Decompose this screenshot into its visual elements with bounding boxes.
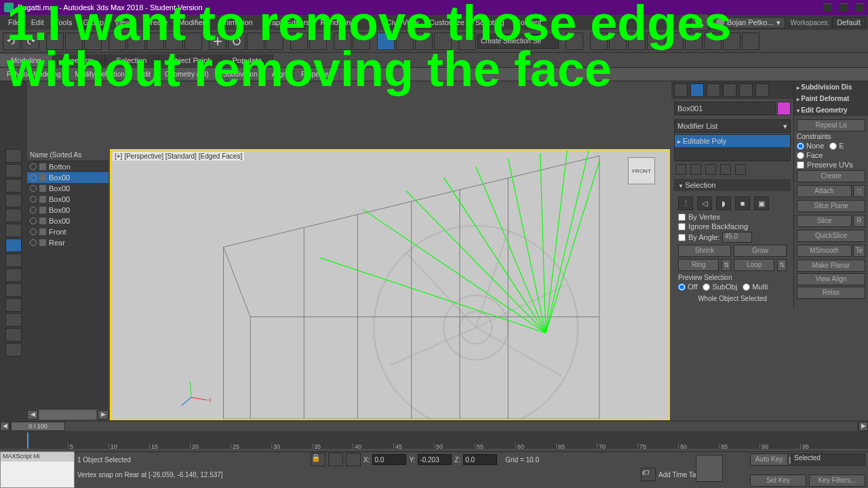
visibility-icon[interactable] — [30, 218, 37, 224]
display-panel-icon[interactable] — [739, 83, 753, 97]
perspective-viewport[interactable]: [+] [Perspective] [Standard] [Edged Face… — [110, 149, 670, 420]
by-vertex-checkbox[interactable] — [678, 214, 686, 221]
subribbon-align[interactable]: Align — [265, 69, 294, 79]
redo-button[interactable] — [22, 33, 39, 50]
named-selection-input[interactable]: Create Selection Se — [477, 34, 559, 49]
keyfilters-button[interactable]: Key Filters... — [809, 474, 865, 487]
percent-snap-button[interactable] — [415, 33, 433, 50]
scene-item[interactable]: Box00 — [27, 216, 108, 226]
reset-plane-button[interactable]: R — [853, 215, 865, 227]
menu-animation[interactable]: Animation — [214, 16, 258, 28]
preserve-uvs-checkbox[interactable] — [797, 161, 804, 169]
menu-scripting[interactable]: Scripting — [470, 16, 510, 28]
isolate-icon[interactable] — [328, 453, 343, 466]
shrink-button[interactable]: Shrink — [678, 245, 731, 257]
subribbon-subdivision[interactable]: Subdivision — [216, 69, 265, 79]
render-production-button[interactable] — [742, 33, 760, 50]
preview-multi-radio[interactable] — [743, 283, 750, 291]
visibility-icon[interactable] — [30, 174, 37, 181]
ltool-select[interactable] — [5, 149, 22, 163]
manipulate-button[interactable] — [334, 33, 351, 50]
object-name-input[interactable] — [674, 102, 776, 115]
slice-button[interactable]: Slice — [797, 215, 852, 227]
render-frame-button[interactable] — [723, 33, 741, 50]
window-crossing-button[interactable] — [184, 33, 202, 50]
add-time-tag[interactable]: Add Time Tag — [658, 471, 700, 479]
subribbon-geometry-all[interactable]: Geometry (All) — [158, 69, 216, 79]
ltool-group[interactable] — [5, 239, 22, 252]
schematic-view-button[interactable] — [666, 33, 684, 50]
ltool-spacewarp[interactable] — [5, 224, 22, 237]
keymode-select[interactable]: Selected — [791, 453, 865, 466]
edit-geometry-rollout-header[interactable]: Edit Geometry — [794, 104, 868, 116]
ribbon-tab-populate[interactable]: Populate — [221, 54, 273, 66]
menu-views[interactable]: Views — [109, 16, 140, 28]
x-coord-input[interactable] — [372, 454, 406, 465]
menu-tools[interactable]: Tools — [50, 16, 78, 28]
scene-item[interactable]: Box00 — [27, 172, 108, 183]
loop-spinner[interactable]: ⇅ — [777, 259, 787, 271]
view-align-button[interactable]: View Align — [797, 273, 865, 285]
visibility-icon[interactable] — [30, 228, 37, 235]
relax-button[interactable]: Relax — [797, 287, 865, 299]
constraint-face-radio[interactable] — [797, 152, 804, 159]
ltool-light[interactable] — [5, 179, 22, 192]
pin-stack-icon[interactable] — [675, 164, 686, 175]
ribbon-tab-object-paint[interactable]: Object Paint — [159, 54, 222, 66]
element-subobj-button[interactable]: ▣ — [754, 197, 769, 210]
setkey-button[interactable]: Set Key — [750, 474, 806, 487]
timeline-prev-button[interactable]: ◀ — [0, 422, 9, 431]
scene-item[interactable]: Botton — [27, 161, 108, 172]
visibility-icon[interactable] — [30, 239, 37, 246]
select-by-name-button[interactable] — [146, 33, 164, 50]
quickslice-button[interactable]: QuickSlice — [797, 230, 865, 242]
time-slider-handle[interactable]: 0 / 100 — [11, 422, 65, 431]
align-button[interactable] — [590, 33, 608, 50]
menu-customize[interactable]: Customize — [424, 16, 470, 28]
curve-editor-button[interactable] — [647, 33, 665, 50]
undo-button[interactable] — [3, 33, 20, 50]
selection-rollout-header[interactable]: Selection — [674, 179, 791, 191]
object-color-swatch[interactable] — [777, 102, 791, 115]
ltool-container[interactable] — [5, 268, 22, 282]
slice-plane-button[interactable]: Slice Plane — [797, 200, 865, 212]
selection-filter-button[interactable] — [108, 33, 126, 50]
ribbon-tab-freeform[interactable]: Freeform — [53, 54, 106, 66]
menu-group[interactable]: Group — [77, 16, 109, 28]
material-editor-button[interactable] — [685, 33, 703, 50]
menu-file[interactable]: File — [3, 16, 26, 28]
y-coord-input[interactable] — [418, 454, 452, 465]
freeze-icon[interactable] — [39, 196, 46, 203]
workspace-select[interactable]: Default — [832, 17, 865, 28]
layer-explorer-button[interactable] — [609, 33, 627, 50]
time-tag-icon[interactable]: 🏷 — [641, 468, 656, 481]
loop-button[interactable]: Loop — [734, 259, 774, 271]
transform-type-icon[interactable] — [346, 453, 361, 466]
menu-civil-view[interactable]: Civil View — [380, 16, 423, 28]
remove-modifier-icon[interactable] — [720, 164, 731, 175]
hierarchy-panel-icon[interactable] — [707, 83, 720, 97]
msmooth-button[interactable]: MSmooth — [797, 245, 852, 257]
ring-button[interactable]: Ring — [678, 259, 719, 271]
create-button[interactable]: Create — [797, 170, 865, 182]
angle-spinner[interactable]: 45.0 — [722, 232, 752, 243]
subribbon-edit[interactable]: Edit — [132, 69, 158, 79]
unique-icon[interactable] — [705, 164, 716, 175]
scroll-left-button[interactable]: ◀ — [27, 410, 38, 420]
subribbon-modify-selection[interactable]: Modify Selection — [68, 69, 132, 79]
maxscript-listener[interactable]: MAXScript Mi — [0, 451, 75, 488]
select-region-button[interactable] — [165, 33, 183, 50]
freeze-icon[interactable] — [39, 207, 46, 214]
lock-selection-icon[interactable]: 🔒 — [311, 453, 326, 466]
show-result-icon[interactable] — [690, 164, 701, 175]
user-account-dropdown[interactable]: Bojan Petko... ▾ — [711, 17, 785, 28]
scroll-right-button[interactable]: ▶ — [98, 410, 108, 420]
select-object-button[interactable] — [127, 33, 145, 50]
modifier-list-dropdown[interactable]: Modifier List▾ — [674, 119, 791, 133]
use-center-button[interactable] — [309, 33, 327, 50]
ltool-hidden[interactable] — [5, 298, 22, 312]
timeline-ruler[interactable]: 5101520253035404550556065707580859095 — [0, 432, 868, 449]
attach-settings-button[interactable]: □ — [853, 185, 865, 197]
scale-button[interactable] — [247, 33, 264, 50]
scene-item[interactable]: Box00 — [27, 183, 108, 194]
